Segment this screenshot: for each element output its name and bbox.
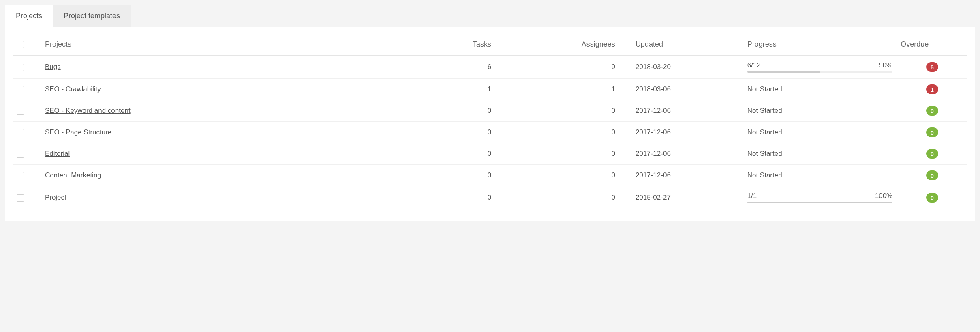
progress-cell: Not Started (743, 79, 897, 100)
row-select-cell (13, 165, 41, 186)
updated-date: 2017-12-06 (619, 122, 743, 143)
overdue-cell: 0 (897, 186, 967, 209)
row-select-cell (13, 79, 41, 100)
overdue-badge: 0 (926, 193, 938, 203)
table-row: SEO - Page Structure002017-12-06Not Star… (13, 122, 967, 143)
table-row: Editorial002017-12-06Not Started0 (13, 143, 967, 165)
overdue-badge: 1 (926, 84, 938, 94)
overdue-badge: 0 (926, 127, 938, 137)
updated-date: 2015-02-27 (619, 186, 743, 209)
updated-date: 2018-03-20 (619, 56, 743, 79)
header-projects[interactable]: Projects (41, 34, 371, 56)
overdue-cell: 0 (897, 165, 967, 186)
updated-date: 2017-12-06 (619, 165, 743, 186)
row-select-cell (13, 143, 41, 165)
project-link[interactable]: Editorial (45, 150, 70, 157)
updated-date: 2018-03-06 (619, 79, 743, 100)
overdue-cell: 0 (897, 100, 967, 122)
progress-not-started: Not Started (747, 107, 782, 114)
row-select-cell (13, 186, 41, 209)
tabs: ProjectsProject templates (5, 5, 975, 27)
tasks-count: 1 (371, 79, 495, 100)
assignees-count: 1 (495, 79, 619, 100)
assignees-count: 0 (495, 100, 619, 122)
tasks-count: 0 (371, 165, 495, 186)
table-row: SEO - Keyword and content002017-12-06Not… (13, 100, 967, 122)
project-link[interactable]: SEO - Crawlability (45, 85, 101, 93)
progress-not-started: Not Started (747, 128, 782, 136)
overdue-badge: 0 (926, 106, 938, 116)
assignees-count: 0 (495, 143, 619, 165)
table-header-row: Projects Tasks Assignees Updated Progres… (13, 34, 967, 56)
table-row: Bugs692018-03-206/1250%6 (13, 56, 967, 79)
project-link[interactable]: Bugs (45, 63, 61, 71)
progress-fraction: 1/1 (747, 192, 757, 200)
assignees-count: 0 (495, 165, 619, 186)
project-link[interactable]: Content Marketing (45, 171, 101, 179)
row-select-checkbox[interactable] (17, 108, 24, 115)
project-name-cell: SEO - Page Structure (41, 122, 371, 143)
project-name-cell: Editorial (41, 143, 371, 165)
progress-not-started: Not Started (747, 150, 782, 157)
header-progress[interactable]: Progress (743, 34, 897, 56)
select-all-checkbox[interactable] (17, 41, 24, 48)
table-row: SEO - Crawlability112018-03-06Not Starte… (13, 79, 967, 100)
projects-table: Projects Tasks Assignees Updated Progres… (13, 34, 967, 209)
project-name-cell: Bugs (41, 56, 371, 79)
tab-project-templates[interactable]: Project templates (53, 5, 131, 27)
header-updated[interactable]: Updated (619, 34, 743, 56)
progress-bar (747, 71, 893, 73)
tasks-count: 0 (371, 100, 495, 122)
row-select-cell (13, 122, 41, 143)
progress-bar (747, 202, 893, 203)
table-body: Bugs692018-03-206/1250%6SEO - Crawlabili… (13, 56, 967, 209)
progress-cell: Not Started (743, 100, 897, 122)
tasks-count: 0 (371, 186, 495, 209)
row-select-checkbox[interactable] (17, 129, 24, 136)
project-name-cell: Content Marketing (41, 165, 371, 186)
row-select-checkbox[interactable] (17, 151, 24, 158)
assignees-count: 0 (495, 186, 619, 209)
row-select-checkbox[interactable] (17, 86, 24, 93)
project-link[interactable]: SEO - Keyword and content (45, 107, 131, 114)
row-select-checkbox[interactable] (17, 64, 24, 71)
row-select-checkbox[interactable] (17, 172, 24, 179)
progress-percent: 50% (879, 61, 892, 69)
assignees-count: 0 (495, 122, 619, 143)
project-name-cell: SEO - Crawlability (41, 79, 371, 100)
header-tasks[interactable]: Tasks (371, 34, 495, 56)
header-assignees[interactable]: Assignees (495, 34, 619, 56)
overdue-cell: 0 (897, 143, 967, 165)
row-select-cell (13, 56, 41, 79)
progress-cell: Not Started (743, 143, 897, 165)
header-select-all (13, 34, 41, 56)
overdue-badge: 6 (926, 62, 938, 72)
row-select-checkbox[interactable] (17, 194, 24, 202)
project-link[interactable]: Project (45, 194, 66, 201)
header-overdue[interactable]: Overdue (897, 34, 967, 56)
progress-cell: Not Started (743, 122, 897, 143)
projects-panel: Projects Tasks Assignees Updated Progres… (5, 27, 975, 221)
overdue-badge: 0 (926, 170, 938, 180)
table-row: Project002015-02-271/1100%0 (13, 186, 967, 209)
progress-cell: 6/1250% (743, 56, 897, 79)
progress-cell: Not Started (743, 165, 897, 186)
updated-date: 2017-12-06 (619, 143, 743, 165)
table-row: Content Marketing002017-12-06Not Started… (13, 165, 967, 186)
project-link[interactable]: SEO - Page Structure (45, 128, 111, 136)
assignees-count: 9 (495, 56, 619, 79)
progress-not-started: Not Started (747, 85, 782, 93)
tasks-count: 0 (371, 122, 495, 143)
overdue-cell: 1 (897, 79, 967, 100)
progress-cell: 1/1100% (743, 186, 897, 209)
projects-page: ProjectsProject templates Projects Tasks… (0, 0, 980, 226)
updated-date: 2017-12-06 (619, 100, 743, 122)
project-name-cell: SEO - Keyword and content (41, 100, 371, 122)
tasks-count: 0 (371, 143, 495, 165)
tab-projects[interactable]: Projects (5, 5, 53, 27)
overdue-badge: 0 (926, 149, 938, 159)
row-select-cell (13, 100, 41, 122)
project-name-cell: Project (41, 186, 371, 209)
progress-fraction: 6/12 (747, 61, 761, 69)
overdue-cell: 6 (897, 56, 967, 79)
